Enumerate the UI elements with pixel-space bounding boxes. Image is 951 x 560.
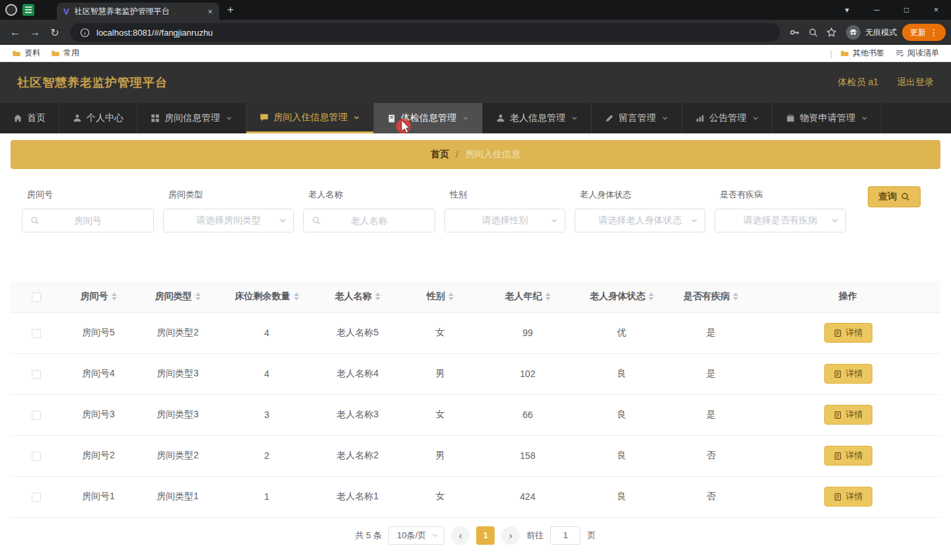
screen: V 社区智慧养老监护管理平台 × + ▾ ─ □ × ← → ↻ localho… (0, 0, 951, 560)
elder-name-input[interactable] (304, 209, 435, 232)
current-page-button[interactable]: 1 (476, 526, 495, 545)
nav-item-announcements[interactable]: 公告管理 (682, 103, 773, 133)
breadcrumb-home[interactable]: 首页 (431, 149, 449, 160)
other-bookmarks[interactable]: 其他书签 (835, 46, 890, 60)
back-button[interactable]: ← (5, 22, 25, 42)
sort-caret-icon[interactable] (448, 293, 454, 300)
row-checkbox[interactable] (32, 452, 41, 461)
address-bar[interactable]: localhost:8081/#/fangjianruzhu (70, 23, 780, 42)
detail-button[interactable]: 详情 (824, 487, 872, 507)
browser-menu-icon[interactable]: ⋮ (926, 27, 942, 38)
sort-caret-icon[interactable] (649, 293, 654, 300)
nav-item-exam-info[interactable]: 体检信息管理 (374, 103, 483, 133)
update-button[interactable]: 更新 ⋮ (902, 24, 946, 41)
sort-caret-icon[interactable] (546, 293, 551, 300)
sort-caret-icon[interactable] (195, 293, 201, 300)
reading-list[interactable]: 阅读清单 (890, 46, 944, 60)
select-all-checkbox[interactable] (32, 293, 41, 302)
bookmark-star-icon[interactable] (822, 23, 841, 42)
incognito-badge[interactable]: 无痕模式 (846, 25, 897, 40)
nav-item-room-checkin[interactable]: 房间入住信息管理 (246, 103, 374, 133)
search-button-label: 查询 (878, 191, 897, 203)
goto-suffix-label: 页 (587, 530, 596, 542)
col-header-gender[interactable]: 性别 (402, 281, 478, 312)
prev-page-button[interactable]: ‹ (451, 526, 470, 545)
disease-select[interactable]: 请选择是否有疾病 (715, 209, 846, 232)
filter-label: 老人身体状态 (575, 189, 705, 201)
browser-logo-icon[interactable] (5, 4, 17, 16)
nav-item-room-info[interactable]: 房间信息管理 (137, 103, 246, 133)
nav-item-supplies[interactable]: 物资申请管理 (773, 103, 882, 133)
sort-caret-icon[interactable] (294, 293, 299, 300)
nav-label: 房间信息管理 (164, 112, 220, 124)
health-status-select[interactable]: 请选择老人身体状态 (575, 209, 705, 232)
col-header-room-type[interactable]: 房间类型 (135, 281, 221, 312)
user-icon (73, 114, 82, 123)
sort-caret-icon[interactable] (375, 293, 380, 300)
nav-label: 体检信息管理 (401, 112, 456, 124)
nav-label: 物资申请管理 (800, 112, 855, 124)
new-tab-button[interactable]: + (227, 3, 234, 17)
detail-button[interactable]: 详情 (824, 446, 872, 466)
sort-caret-icon[interactable] (733, 293, 738, 300)
zoom-icon[interactable] (804, 23, 822, 42)
col-header-age[interactable]: 老人年纪 (478, 281, 577, 312)
tab-title: 社区智慧养老监护管理平台 (75, 6, 204, 17)
reload-button[interactable]: ↻ (45, 22, 65, 42)
tab-search-chevron-icon[interactable]: ▾ (832, 0, 862, 20)
chevron-down-icon (752, 115, 759, 122)
room-no-input[interactable] (22, 209, 153, 232)
app-nav: 首页 个人中心 房间信息管理 房间入住信息管理 体检信息管理 老人信息管理 (0, 103, 951, 133)
tab-close-icon[interactable]: × (207, 7, 213, 17)
password-key-icon[interactable] (785, 23, 804, 42)
browser-tab[interactable]: V 社区智慧养老监护管理平台 × (57, 3, 219, 20)
table-row: 房间号5 房间类型2 4 老人名称5 女 99 优 是 详情 (11, 312, 940, 353)
chevron-down-icon (831, 217, 839, 225)
nav-item-home[interactable]: 首页 (0, 103, 59, 133)
incognito-label: 无痕模式 (865, 27, 897, 38)
goto-page-input[interactable] (550, 526, 581, 545)
logout-button[interactable]: 退出登录 (897, 77, 934, 88)
col-header-actions: 操作 (756, 281, 940, 312)
detail-button[interactable]: 详情 (824, 323, 872, 343)
home-icon (13, 114, 22, 123)
maximize-button[interactable]: □ (892, 0, 921, 20)
next-page-button[interactable]: › (501, 526, 520, 545)
site-info-icon[interactable] (79, 23, 90, 42)
col-header-disease[interactable]: 是否有疾病 (666, 281, 756, 312)
room-type-select[interactable]: 请选择房间类型 (163, 209, 294, 232)
window-close-button[interactable]: × (921, 0, 951, 20)
minimize-button[interactable]: ─ (862, 0, 892, 20)
chart-icon (695, 114, 705, 123)
detail-button[interactable]: 详情 (824, 364, 872, 384)
pinned-extension-icon[interactable] (22, 4, 34, 16)
pagination: 共 5 条 10条/页 ‹ 1 › 前往 页 (0, 526, 951, 545)
page-size-select[interactable]: 10条/页 (388, 526, 444, 545)
forward-button[interactable]: → (25, 22, 45, 42)
detail-button[interactable]: 详情 (824, 405, 872, 425)
sort-caret-icon[interactable] (112, 293, 117, 300)
row-checkbox[interactable] (32, 493, 41, 502)
search-button[interactable]: 查询 (868, 186, 921, 207)
col-header-health[interactable]: 老人身体状态 (577, 281, 666, 312)
nav-item-profile[interactable]: 个人中心 (59, 103, 137, 133)
bookmark-folder-ziliao[interactable]: 资料 (7, 46, 46, 60)
row-checkbox[interactable] (32, 329, 41, 338)
select-placeholder: 请选择房间类型 (196, 215, 261, 227)
col-header-beds-left[interactable]: 床位剩余数量 (221, 281, 313, 312)
row-checkbox[interactable] (32, 370, 41, 379)
gender-select[interactable]: 请选择性别 (444, 209, 565, 232)
nav-item-elder-info[interactable]: 老人信息管理 (483, 103, 592, 133)
page-size-label: 10条/页 (397, 530, 426, 542)
bookmark-label: 常用 (63, 48, 79, 59)
col-header-elder-name[interactable]: 老人名称 (313, 281, 402, 312)
checkin-table: 房间号 房间类型 床位剩余数量 老人名称 性别 老人年纪 老人身体状态 是否有疾… (11, 281, 940, 518)
col-header-room-no[interactable]: 房间号 (62, 281, 135, 312)
select-placeholder: 请选择性别 (482, 215, 528, 227)
nav-item-messages[interactable]: 留言管理 (592, 103, 682, 133)
chevron-down-icon (550, 217, 558, 225)
folder-icon (840, 49, 849, 58)
document-icon (833, 370, 842, 378)
bookmark-folder-changyong[interactable]: 常用 (46, 46, 85, 60)
row-checkbox[interactable] (32, 411, 41, 420)
